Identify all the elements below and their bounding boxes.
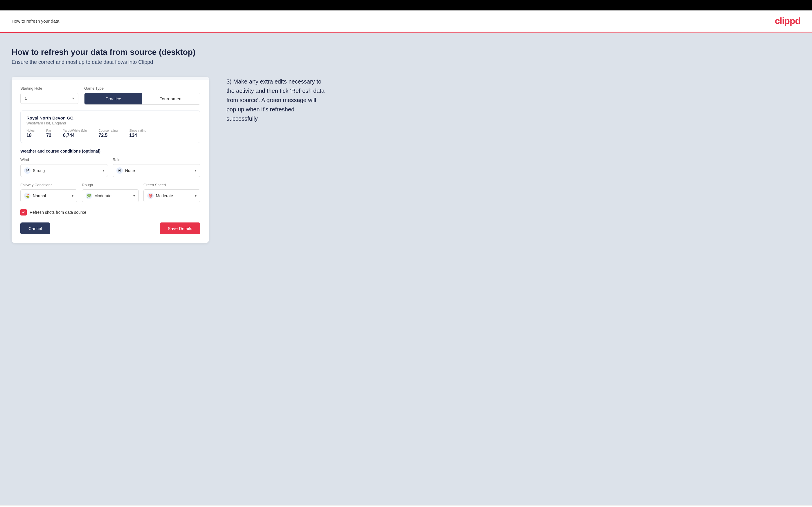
rough-icon bbox=[86, 192, 92, 199]
form-card: Starting Hole 1 10 ▾ Game Type Practice … bbox=[12, 77, 209, 243]
game-type-buttons: Practice Tournament bbox=[84, 93, 200, 105]
save-details-button[interactable]: Save Details bbox=[160, 222, 200, 234]
rough-label: Rough bbox=[82, 183, 139, 187]
fairway-select[interactable]: Normal Soft Hard bbox=[33, 193, 69, 198]
chevron-down-icon: ▾ bbox=[72, 96, 74, 100]
wind-select[interactable]: Strong Light None bbox=[33, 168, 100, 173]
fairway-rough-green-row: Fairway Conditions Normal Soft Hard ▾ Ro… bbox=[20, 183, 200, 202]
checkmark-icon bbox=[22, 210, 25, 215]
cancel-button[interactable]: Cancel bbox=[20, 222, 50, 234]
form-card-top bbox=[12, 77, 209, 80]
slope-rating-label: Slope rating bbox=[129, 129, 146, 132]
side-note: 3) Make any extra edits necessary to the… bbox=[226, 77, 325, 123]
content-area: Starting Hole 1 10 ▾ Game Type Practice … bbox=[12, 77, 800, 243]
stat-holes: Holes 18 bbox=[27, 129, 35, 138]
fairway-label: Fairway Conditions bbox=[20, 183, 77, 187]
green-speed-label: Green Speed bbox=[143, 183, 200, 187]
fairway-select-wrapper[interactable]: Normal Soft Hard ▾ bbox=[20, 189, 77, 202]
side-note-text: 3) Make any extra edits necessary to the… bbox=[226, 77, 325, 123]
holes-label: Holes bbox=[27, 129, 35, 132]
stat-course-rating: Course rating 72.5 bbox=[98, 129, 117, 138]
practice-button[interactable]: Practice bbox=[85, 93, 142, 104]
form-actions: Cancel Save Details bbox=[20, 222, 200, 234]
top-bar bbox=[0, 0, 812, 10]
rain-group: Rain None Light Heavy ▾ bbox=[113, 158, 200, 177]
footer: Copyright Clippd 2022 bbox=[0, 505, 812, 507]
fairway-group: Fairway Conditions Normal Soft Hard ▾ bbox=[20, 183, 77, 202]
main-content: How to refresh your data from source (de… bbox=[0, 33, 812, 505]
wind-group: Wind Strong Light None ▾ bbox=[20, 158, 108, 177]
refresh-checkbox-row: Refresh shots from data source bbox=[20, 209, 200, 216]
page-title: How to refresh your data from source (de… bbox=[12, 48, 800, 57]
rough-select-wrapper[interactable]: Moderate Light Heavy ▾ bbox=[82, 189, 139, 202]
yards-label: Yards/White (M)) bbox=[63, 129, 87, 132]
slope-rating-value: 134 bbox=[129, 133, 146, 138]
wind-chevron-icon: ▾ bbox=[102, 169, 104, 173]
course-rating-label: Course rating bbox=[98, 129, 117, 132]
stat-slope-rating: Slope rating 134 bbox=[129, 129, 146, 138]
fairway-icon bbox=[24, 192, 31, 199]
wind-icon bbox=[24, 167, 31, 174]
rough-group: Rough Moderate Light Heavy ▾ bbox=[82, 183, 139, 202]
tournament-button[interactable]: Tournament bbox=[142, 93, 200, 104]
starting-hole-select[interactable]: 1 10 bbox=[25, 96, 72, 101]
refresh-checkbox[interactable] bbox=[20, 209, 27, 216]
logo: clippd bbox=[775, 16, 800, 26]
wind-rain-row: Wind Strong Light None ▾ Rain bbox=[20, 158, 200, 177]
course-name: Royal North Devon GC, bbox=[27, 115, 194, 120]
course-location: Westward Ho!, England bbox=[27, 121, 194, 125]
rain-select[interactable]: None Light Heavy bbox=[125, 168, 193, 173]
game-type-group: Game Type Practice Tournament bbox=[84, 86, 200, 105]
green-speed-chevron-icon: ▾ bbox=[195, 194, 197, 198]
starting-hole-label: Starting Hole bbox=[20, 86, 79, 91]
stat-yards: Yards/White (M)) 6,744 bbox=[63, 129, 87, 138]
game-type-label: Game Type bbox=[84, 86, 200, 91]
rain-select-wrapper[interactable]: None Light Heavy ▾ bbox=[113, 164, 200, 177]
green-speed-icon bbox=[147, 192, 154, 199]
yards-value: 6,744 bbox=[63, 133, 87, 138]
fairway-chevron-icon: ▾ bbox=[72, 194, 73, 198]
rough-select[interactable]: Moderate Light Heavy bbox=[94, 193, 131, 198]
header-title: How to refresh your data bbox=[12, 18, 59, 23]
green-speed-select[interactable]: Moderate Slow Fast bbox=[156, 193, 193, 198]
course-stats: Holes 18 Par 72 Yards/White (M)) 6,744 C… bbox=[27, 129, 194, 138]
page-subtitle: Ensure the correct and most up to date d… bbox=[12, 59, 800, 65]
course-rating-value: 72.5 bbox=[98, 133, 117, 138]
holes-value: 18 bbox=[27, 133, 35, 138]
green-speed-group: Green Speed Moderate Slow Fast ▾ bbox=[143, 183, 200, 202]
rain-chevron-icon: ▾ bbox=[195, 169, 197, 173]
conditions-title: Weather and course conditions (optional) bbox=[20, 149, 200, 154]
wind-label: Wind bbox=[20, 158, 108, 162]
rain-icon bbox=[116, 167, 123, 174]
refresh-checkbox-label: Refresh shots from data source bbox=[30, 210, 86, 215]
starting-game-row: Starting Hole 1 10 ▾ Game Type Practice … bbox=[20, 86, 200, 105]
header: How to refresh your data clippd bbox=[0, 10, 812, 32]
course-info-box: Royal North Devon GC, Westward Ho!, Engl… bbox=[20, 111, 200, 143]
green-speed-select-wrapper[interactable]: Moderate Slow Fast ▾ bbox=[143, 189, 200, 202]
stat-par: Par 72 bbox=[46, 129, 51, 138]
par-label: Par bbox=[46, 129, 51, 132]
rain-label: Rain bbox=[113, 158, 200, 162]
wind-select-wrapper[interactable]: Strong Light None ▾ bbox=[20, 164, 108, 177]
rough-chevron-icon: ▾ bbox=[133, 194, 135, 198]
starting-hole-group: Starting Hole 1 10 ▾ bbox=[20, 86, 79, 105]
par-value: 72 bbox=[46, 133, 51, 138]
starting-hole-select-wrapper[interactable]: 1 10 ▾ bbox=[20, 93, 79, 104]
